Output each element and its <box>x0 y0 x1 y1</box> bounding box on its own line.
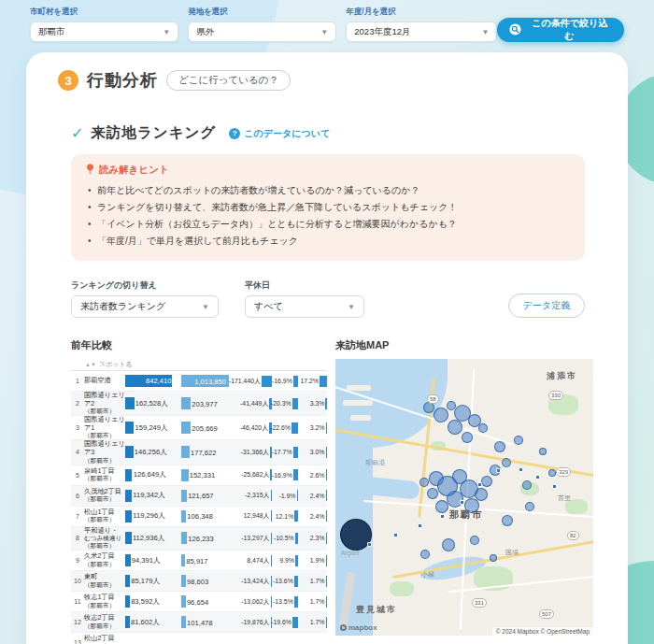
hint-item: 前年と比べてどのスポットの来訪者数が増えているのか？減っているのか？ <box>86 182 570 199</box>
filter-bar: 市町村を選択 那覇市 ▼ 発地を選択 県外 ▼ 年度/月を選択 2023年度12… <box>0 0 654 42</box>
prev-year-cell: 1,013,850 <box>181 371 229 391</box>
table-row[interactable]: 4国際通りエリア3（那覇市）146,256人177,622-31,366人-17… <box>71 440 327 465</box>
map-marker[interactable] <box>494 441 505 452</box>
table-row[interactable]: 9久米2丁目（那覇市）94,391人85,9178,474人9.9%1.9% <box>71 551 327 571</box>
table-row[interactable]: 2国際通りエリア2（那覇市）162,528人203,977-41,449人-20… <box>71 392 327 416</box>
station-icon <box>418 523 422 528</box>
pct-cell: -10.5% <box>272 528 298 548</box>
table-row[interactable]: 11牧志1丁目（那覇市）83,592人96,654-13,062人-13.5%1… <box>71 592 327 612</box>
table-row[interactable]: 8平和通り・むつみ橋通り（那覇市）112,936人126,233-13,297人… <box>71 527 327 551</box>
map-panel: 来訪地MAP <box>335 338 593 644</box>
map-marker[interactable] <box>447 491 463 508</box>
day-type-group: 平休日 すべて ▼ <box>245 279 364 318</box>
map-marker[interactable] <box>522 480 532 490</box>
map-marker[interactable] <box>419 478 429 487</box>
rank-cell: 2 <box>71 400 84 407</box>
station-icon <box>367 542 372 547</box>
period-filter: 年度/月を選択 2023年度12月 ▼ <box>346 7 497 42</box>
data-definition-button[interactable]: データ定義 <box>508 293 585 318</box>
table-row[interactable]: 12牧志2丁目（那覇市）81,602人101,478-19,876人-19.6%… <box>71 612 327 633</box>
route-shield: 58 <box>427 394 439 404</box>
mapbox-logo[interactable]: mapbox <box>340 623 377 632</box>
map-marker[interactable] <box>502 515 513 526</box>
map-marker[interactable] <box>470 536 479 545</box>
prev-year-cell: 106,348 <box>181 507 229 526</box>
pct-cell: -16.9% <box>272 371 298 391</box>
ranking-switch-value: 来訪者数ランキング <box>80 300 165 313</box>
map-marker[interactable] <box>427 488 438 499</box>
pct-cell: -17.7% <box>272 442 298 462</box>
map-marker[interactable] <box>462 432 473 443</box>
map-marker[interactable] <box>475 488 488 501</box>
table-row[interactable]: 13松山2丁目（那覇市） <box>71 633 327 644</box>
spot-name-cell: 国際通りエリア2（那覇市） <box>84 392 125 415</box>
visitors-cell: 119,342人 <box>125 486 181 506</box>
table-row[interactable]: 1那覇空港842,410人1,013,850-171,440人-16.9%17.… <box>71 371 327 392</box>
diff-cell: -2,315人 <box>229 486 272 506</box>
map-label: 豊見城市 <box>356 604 397 616</box>
visitors-cell: 81,602人 <box>125 612 181 632</box>
route-shield: 507 <box>539 609 554 619</box>
spot-name-cell: 松山1丁目（那覇市） <box>84 508 125 524</box>
origin-select[interactable]: 県外 ▼ <box>188 21 336 42</box>
map-marker[interactable] <box>434 408 448 422</box>
map-marker[interactable] <box>420 550 430 559</box>
pct-cell <box>272 633 298 644</box>
diff-cell: -41,449人 <box>229 394 272 413</box>
day-type-value: すべて <box>254 300 283 313</box>
ranking-header: ✓ 来訪地ランキング ? このデータについて <box>71 123 585 143</box>
day-type-select[interactable]: すべて ▼ <box>245 295 364 318</box>
route-shield: 82 <box>567 531 579 540</box>
table-row[interactable]: 5泉崎1丁目（那覇市）126,649人152,331-25,682人-16.9%… <box>71 465 327 486</box>
map-attribution[interactable]: © 2024 Mapbox © OpenStreetMap <box>492 627 593 636</box>
about-data-label: このデータについて <box>244 127 330 140</box>
map-marker[interactable] <box>514 436 523 445</box>
share-cell: 1.7% <box>298 592 327 611</box>
map-marker[interactable] <box>539 448 547 455</box>
table-row[interactable]: 6久茂地2丁目（那覇市）119,342人121,657-2,315人-1.9%2… <box>71 486 327 507</box>
diff-cell: 8,474人 <box>229 551 272 570</box>
pct-cell: -20.3% <box>272 394 298 413</box>
map-marker[interactable] <box>502 458 511 467</box>
share-cell: 1.7% <box>298 571 327 591</box>
table-row[interactable]: 10東町（那覇市）85,179人98,603-13,424人-13.6%1.7% <box>71 571 327 592</box>
about-data-link[interactable]: ? このデータについて <box>229 127 330 140</box>
table-row[interactable]: 3国際通りエリア1（那覇市）159,249人205,669-46,420人-22… <box>71 416 327 440</box>
diff-cell: 12,948人 <box>229 507 272 526</box>
map-marker[interactable] <box>478 423 488 433</box>
station-icon <box>477 482 482 487</box>
origin-label: 発地を選択 <box>188 7 336 18</box>
diff-cell: -171,440人 <box>229 371 272 391</box>
pct-cell: -22.6% <box>272 418 298 437</box>
map-marker[interactable] <box>442 538 455 551</box>
table-header[interactable]: ▲▼ スポット名 <box>71 359 327 371</box>
ranking-switch-select[interactable]: 来訪者数ランキング ▼ <box>71 295 219 318</box>
map-marker[interactable] <box>435 500 448 513</box>
mapbox-logo-text: mapbox <box>348 623 377 632</box>
municipality-select[interactable]: 那覇市 ▼ <box>30 21 178 42</box>
chevron-down-icon: ▼ <box>202 303 209 311</box>
share-cell: 1.9% <box>298 551 327 570</box>
station-icon <box>496 468 501 473</box>
period-select[interactable]: 2023年度12月 ▼ <box>346 21 497 42</box>
filter-apply-button[interactable]: この条件で絞り込む <box>497 18 624 42</box>
spot-name-cell: 牧志2丁目（那覇市） <box>84 614 125 630</box>
visit-map[interactable]: 5833032982331507浦添市那覇市豊見城市小禄国場首里那覇港Airpo… <box>335 359 593 636</box>
share-cell: 3.0% <box>298 442 327 462</box>
spot-name-cell: 久茂地2丁目（那覇市） <box>84 488 125 504</box>
table-row[interactable]: 7松山1丁目（那覇市）119,296人106,34812,948人12.1%2.… <box>71 507 327 527</box>
rank-cell: 6 <box>71 493 84 499</box>
visitors-cell: 119,296人 <box>125 507 181 526</box>
prev-year-cell: 85,917 <box>181 551 229 570</box>
pier-shape <box>343 400 373 406</box>
diff-cell: -13,424人 <box>229 571 272 591</box>
share-cell: 2.3% <box>298 528 327 548</box>
map-marker[interactable] <box>490 554 497 562</box>
map-marker[interactable] <box>548 469 556 477</box>
map-marker[interactable] <box>481 476 492 487</box>
municipality-label: 市町村を選択 <box>30 7 178 18</box>
visitors-cell: 85,179人 <box>125 571 181 591</box>
map-marker[interactable] <box>525 502 534 511</box>
prev-year-cell: 101,478 <box>181 612 229 632</box>
map-marker[interactable] <box>448 420 462 435</box>
